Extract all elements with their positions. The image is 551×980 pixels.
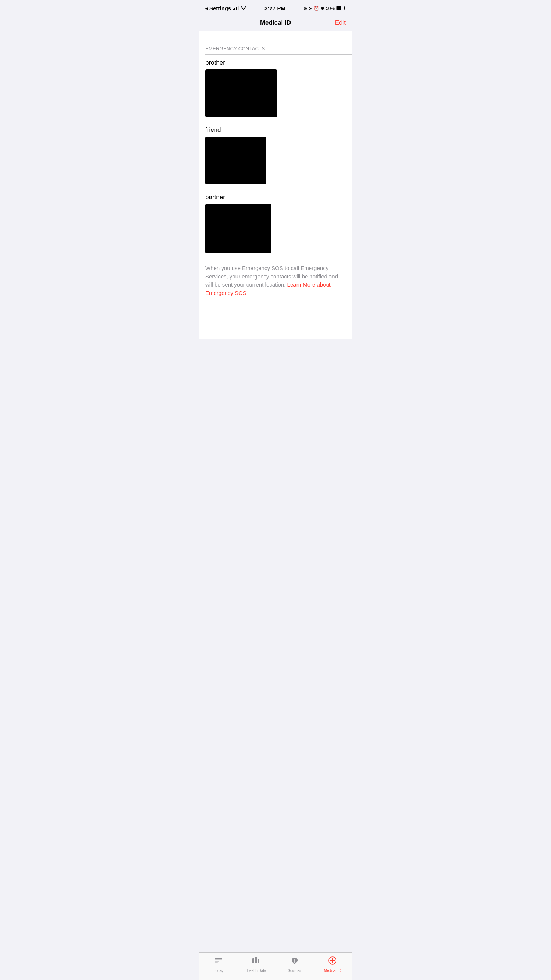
edit-button[interactable]: Edit	[323, 19, 346, 27]
svg-rect-1	[234, 8, 236, 10]
back-label: Settings	[209, 5, 231, 11]
nav-bar: Medical ID Edit	[199, 16, 352, 31]
svg-rect-0	[233, 9, 234, 10]
status-right: ⊕ ➤ ⏰ ✱ 50%	[303, 5, 346, 11]
page-title: Medical ID	[260, 19, 291, 27]
emergency-contacts-section: EMERGENCY CONTACTS brother friend partne…	[199, 40, 352, 258]
page-spacer	[199, 306, 352, 339]
back-chevron-icon: ◂	[205, 5, 208, 11]
section-header-emergency-contacts: EMERGENCY CONTACTS	[199, 46, 352, 54]
contact-row-friend[interactable]: friend	[199, 122, 352, 189]
content-area: EMERGENCY CONTACTS brother friend partne…	[199, 31, 352, 339]
svg-rect-6	[344, 7, 345, 9]
sos-info-text: When you use Emergency SOS to call Emerg…	[205, 264, 346, 297]
status-bar: ◂ Settings 3:27 PM ⊕ ➤ ⏰ ✱ 50%	[199, 0, 352, 16]
svg-rect-5	[336, 6, 341, 10]
contact-name-friend: friend	[205, 126, 346, 134]
contact-name-partner: partner	[205, 194, 346, 201]
signal-icon	[233, 5, 239, 11]
wifi-icon	[240, 5, 247, 11]
battery-label: 50%	[326, 6, 334, 11]
lock-icon: ⊕	[303, 6, 307, 11]
contact-avatar-brother	[205, 69, 277, 117]
contact-row-brother[interactable]: brother	[199, 55, 352, 122]
svg-rect-2	[236, 6, 237, 10]
status-left: ◂ Settings	[205, 5, 247, 11]
contact-avatar-partner	[205, 204, 271, 253]
battery-icon	[336, 5, 346, 11]
sos-info-section: When you use Emergency SOS to call Emerg…	[199, 258, 352, 306]
status-time: 3:27 PM	[264, 5, 285, 11]
contact-name-brother: brother	[205, 59, 346, 67]
location-icon: ➤	[309, 6, 312, 11]
alarm-icon: ⏰	[314, 6, 319, 11]
contact-row-partner[interactable]: partner	[199, 189, 352, 258]
svg-rect-3	[238, 6, 239, 10]
contact-avatar-friend	[205, 137, 266, 185]
bluetooth-icon: ✱	[321, 6, 324, 11]
